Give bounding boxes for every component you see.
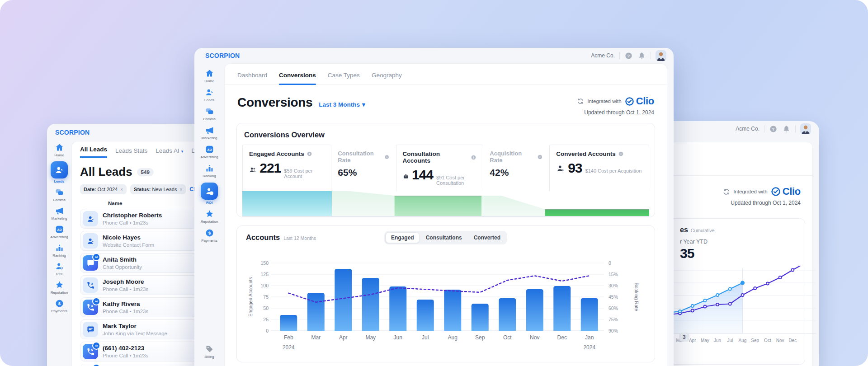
tab-leads-ai[interactable]: Leads AI ▾ <box>156 147 183 158</box>
bar-Mar[interactable] <box>307 293 325 331</box>
avatar[interactable] <box>656 50 666 61</box>
svg-text:15%: 15% <box>609 272 618 277</box>
marketing-icon <box>205 126 214 135</box>
bar-Jul[interactable] <box>417 300 434 331</box>
sidebar-item-ranking[interactable]: Ranking <box>47 243 72 258</box>
leads-list: Christopher Roberts Phone Call • 1m23s N… <box>80 209 203 366</box>
svg-text:i: i <box>620 152 621 155</box>
lead-row[interactable]: AI (661) 402-2123 Phone Call • 1m23s <box>80 342 198 361</box>
bar-May[interactable] <box>362 278 379 331</box>
current-point-marker[interactable] <box>741 281 745 285</box>
date-range-dropdown[interactable]: Last 3 Months ▾ <box>319 101 365 108</box>
bell-icon[interactable] <box>782 125 791 133</box>
toggle-converted[interactable]: Converted <box>468 232 506 243</box>
clio-logo: Clio <box>771 186 801 197</box>
svg-text:150: 150 <box>260 260 269 266</box>
sidebar-item-leads[interactable]: Leads <box>47 161 72 183</box>
comms-icon <box>205 107 214 116</box>
sidebar-item-marketing[interactable]: Marketing <box>47 206 72 221</box>
close-icon[interactable]: × <box>120 187 123 192</box>
tab-leads-stats[interactable]: Leads Stats <box>115 147 147 158</box>
toggle-engaged[interactable]: Engaged <box>386 232 420 243</box>
sidebar-item-leads[interactable]: Leads <box>197 88 222 102</box>
svg-text:90%: 90% <box>609 328 618 333</box>
info-icon[interactable]: i <box>537 154 543 160</box>
sidebar-item-billing[interactable]: Billing <box>197 344 222 359</box>
bar-Jun[interactable] <box>389 286 406 331</box>
sidebar-item-home[interactable]: Home <box>197 69 222 83</box>
svg-text:75: 75 <box>263 294 269 300</box>
sidebar-item-advertising[interactable]: AD Advertising <box>47 225 72 239</box>
lead-row[interactable]: Christopher Roberts Phone Call • 1m23s <box>80 209 198 229</box>
svg-text:Oct: Oct <box>764 338 771 343</box>
conversion-funnel-chart <box>242 191 649 217</box>
svg-text:$: $ <box>208 230 211 235</box>
bar-Nov[interactable] <box>526 289 543 331</box>
lead-row[interactable]: Joseph Moore Phone Call • 1m23s <box>80 275 198 295</box>
svg-text:Engaged Accounts: Engaged Accounts <box>248 277 253 317</box>
svg-text:Jul: Jul <box>727 338 733 343</box>
filter-chip-0[interactable]: Date: Oct 2024× <box>80 184 127 194</box>
info-icon[interactable]: i <box>471 155 476 160</box>
clio-check-icon <box>771 187 781 197</box>
sidebar-item-comms[interactable]: Comms <box>197 107 222 121</box>
info-icon[interactable]: i <box>307 151 312 157</box>
help-icon[interactable]: ? <box>624 52 633 60</box>
sidebar-item-reputation[interactable]: Reputation <box>47 280 72 295</box>
overview-metrics: Engaged Accountsi 221$59 Cost per Accoun… <box>242 145 649 191</box>
series-toggle: EngagedConsultationsConverted <box>384 231 507 244</box>
tab-dashboard[interactable]: Dashboard <box>237 72 267 84</box>
sidebar-item-ranking[interactable]: Ranking <box>197 164 222 178</box>
lead-row[interactable]: Mark Taylor John King via Text Message <box>80 319 198 339</box>
roi-icon: $ <box>205 187 214 196</box>
avatar[interactable] <box>800 123 811 134</box>
info-icon[interactable]: i <box>618 151 624 157</box>
lead-row[interactable]: AI Anita Smith Chat Opportunity <box>80 253 198 273</box>
close-icon[interactable]: × <box>179 187 182 192</box>
svg-text:Jun: Jun <box>394 334 402 341</box>
comms-icon <box>55 188 64 197</box>
leads-count-badge: 549 <box>137 168 154 176</box>
roi-icon: $ <box>55 262 64 271</box>
tab-case-types[interactable]: Case Types <box>328 72 360 84</box>
sidebar-item-comms[interactable]: Comms <box>47 188 72 202</box>
bar-Jan[interactable] <box>581 298 598 331</box>
bar-Apr[interactable] <box>335 269 352 331</box>
svg-text:Feb: Feb <box>284 334 293 341</box>
svg-text:100: 100 <box>260 283 269 288</box>
sidebar-item-marketing[interactable]: Marketing <box>197 126 222 140</box>
sidebar-item-payments[interactable]: $ Payments <box>197 228 222 243</box>
tab-all-leads[interactable]: All Leads <box>80 146 107 158</box>
booking-rate-line[interactable] <box>288 276 590 302</box>
sidebar-item-advertising[interactable]: AD Advertising <box>197 145 222 159</box>
phone-icon: AI <box>83 300 98 315</box>
tab-geography[interactable]: Geography <box>372 72 402 84</box>
lead-row[interactable]: Nicole Hayes Website Contact Form <box>80 231 198 251</box>
toggle-consultations[interactable]: Consultations <box>420 232 467 243</box>
sidebar-item-payments[interactable]: $ Payments <box>47 299 72 313</box>
bar-Dec[interactable] <box>553 286 571 331</box>
sidebar-item-roi[interactable]: $ ROI <box>197 183 222 205</box>
lead-row[interactable]: AI Kathy Rivera Phone Call • 1m23s <box>80 297 198 317</box>
tab-conversions[interactable]: Conversions <box>279 72 316 84</box>
phone-icon <box>83 277 98 293</box>
svg-text:Mar: Mar <box>311 334 321 341</box>
lead-row[interactable]: AI Joyce Kim Website Contact Form <box>80 364 198 366</box>
accounts-panel: Accounts Last 12 Months EngagedConsultat… <box>236 225 655 362</box>
bar-Oct[interactable] <box>499 298 516 331</box>
sidebar-item-reputation[interactable]: Reputation <box>197 209 222 224</box>
sidebar-item-home[interactable]: Home <box>47 143 72 157</box>
leads-icon <box>205 88 214 97</box>
bar-Aug[interactable] <box>444 290 461 331</box>
svg-text:Nov: Nov <box>776 338 784 343</box>
legend-chip[interactable]: 3 <box>679 333 689 342</box>
bar-Feb[interactable] <box>280 315 297 331</box>
left-sidebar: Home Leads Comms Marketing AD Advertisin… <box>47 141 71 366</box>
sidebar-item-roi[interactable]: $ ROI <box>47 262 72 276</box>
bar-Sep[interactable] <box>472 304 489 331</box>
svg-text:AD: AD <box>57 228 61 231</box>
help-icon[interactable]: ? <box>769 125 778 133</box>
info-icon[interactable]: i <box>384 154 389 160</box>
bell-icon[interactable] <box>637 52 646 60</box>
filter-chip-1[interactable]: Status: New Leads× <box>130 184 186 194</box>
